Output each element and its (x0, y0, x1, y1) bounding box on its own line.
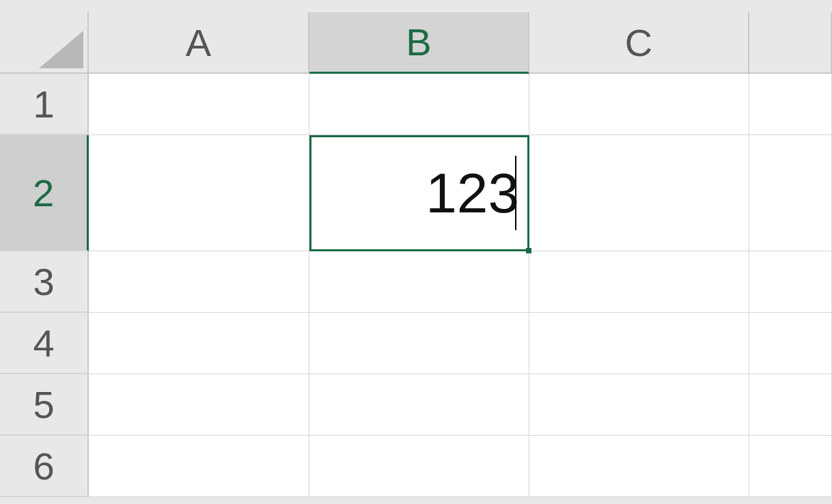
text-cursor (515, 156, 516, 229)
cell-C2[interactable] (529, 135, 749, 251)
row-header-3[interactable]: 3 (0, 251, 89, 313)
cell-value: 123 (426, 161, 519, 225)
column-headers: A B C (0, 12, 832, 74)
cell-D1[interactable] (749, 74, 832, 135)
cell-D4[interactable] (749, 313, 832, 374)
cell-A2[interactable] (89, 135, 309, 251)
cell-C6[interactable] (529, 436, 749, 497)
column-header-A[interactable]: A (89, 12, 309, 74)
cell-A1[interactable] (89, 74, 309, 135)
row-header-6[interactable]: 6 (0, 436, 89, 497)
cell-C1[interactable] (529, 74, 749, 135)
cell-C3[interactable] (529, 251, 749, 313)
cell-D5[interactable] (749, 374, 832, 436)
cell-B3[interactable] (309, 251, 529, 313)
cell-A3[interactable] (89, 251, 309, 313)
cell-A4[interactable] (89, 313, 309, 374)
row-header-4[interactable]: 4 (0, 313, 89, 374)
rows-container: 1 2 123 3 4 (0, 74, 832, 497)
cell-D2[interactable] (749, 135, 832, 251)
cell-B4[interactable] (309, 313, 529, 374)
cell-D6[interactable] (749, 436, 832, 497)
column-header-D[interactable] (749, 12, 832, 74)
column-header-C[interactable]: C (529, 12, 749, 74)
cell-D3[interactable] (749, 251, 832, 313)
cell-B2[interactable]: 123 (309, 135, 529, 251)
cell-B6[interactable] (309, 436, 529, 497)
column-header-B[interactable]: B (309, 12, 529, 74)
cell-C5[interactable] (529, 374, 749, 436)
row-header-1[interactable]: 1 (0, 74, 89, 135)
row-header-5[interactable]: 5 (0, 374, 89, 436)
cell-B1[interactable] (309, 74, 529, 135)
spreadsheet-grid: A B C 1 2 123 3 (0, 0, 832, 504)
row-header-2[interactable]: 2 (0, 135, 89, 251)
fill-handle[interactable] (526, 248, 531, 253)
select-all-corner[interactable] (0, 12, 89, 74)
cell-C4[interactable] (529, 313, 749, 374)
cell-A5[interactable] (89, 374, 309, 436)
cell-A6[interactable] (89, 436, 309, 497)
cell-B5[interactable] (309, 374, 529, 436)
